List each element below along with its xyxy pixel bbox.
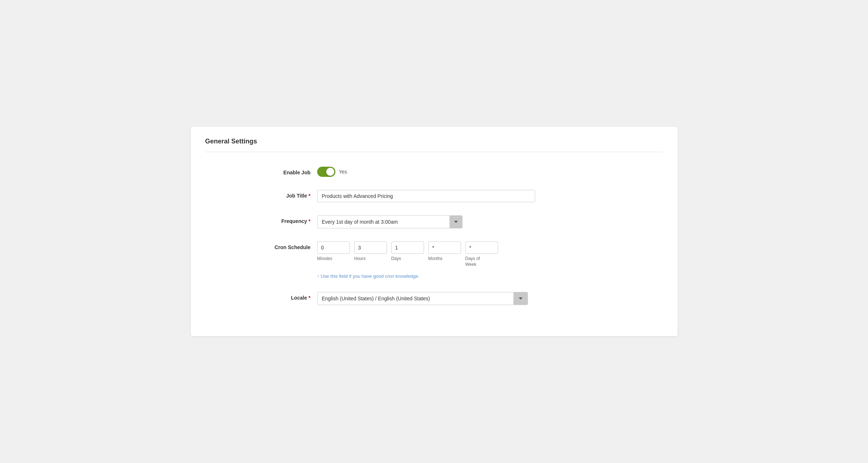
page-title: General Settings <box>205 138 663 145</box>
frequency-selected-value: Every 1st day of month at 3:00am <box>318 216 449 228</box>
locale-select-wrapper: English (United States) / English (Unite… <box>317 292 528 305</box>
toggle-slider <box>317 167 335 177</box>
general-settings-card: General Settings Enable Job Yes Job Titl… <box>191 127 678 336</box>
cron-days-of-week-input[interactable] <box>465 241 498 254</box>
toggle-yes-label: Yes <box>339 169 347 175</box>
cron-months-label: Months <box>428 256 443 262</box>
required-star: * <box>308 193 310 199</box>
cron-wrapper: Minutes Hours Days Months <box>317 241 498 279</box>
toggle-wrapper: Yes <box>317 167 347 177</box>
chevron-down-icon <box>454 221 458 223</box>
cron-minutes-label: Minutes <box>317 256 332 262</box>
cron-fields: Minutes Hours Days Months <box>317 241 498 267</box>
locale-chevron-down-icon <box>519 297 522 300</box>
enable-job-row: Enable Job Yes <box>205 167 663 177</box>
enable-job-control: Yes <box>317 167 572 177</box>
cron-hours-field: Hours <box>354 241 387 262</box>
cron-days-of-week-label: Days ofWeek <box>465 256 480 267</box>
frequency-control: Every 1st day of month at 3:00am <box>317 215 572 228</box>
cron-hours-label: Hours <box>354 256 366 262</box>
cron-minutes-field: Minutes <box>317 241 350 262</box>
enable-job-label: Enable Job <box>263 167 311 175</box>
cron-days-input[interactable] <box>391 241 424 254</box>
cron-schedule-row: Cron Schedule Minutes Hours Days <box>205 241 663 279</box>
frequency-select-wrapper: Every 1st day of month at 3:00am <box>317 215 463 228</box>
job-title-input[interactable] <box>317 190 535 202</box>
frequency-required-star: * <box>308 218 310 224</box>
cron-schedule-control: Minutes Hours Days Months <box>317 241 572 279</box>
locale-selected-value: English (United States) / English (Unite… <box>318 292 513 305</box>
cron-months-field: Months <box>428 241 461 262</box>
frequency-row: Frequency* Every 1st day of month at 3:0… <box>205 215 663 228</box>
locale-control: English (United States) / English (Unite… <box>317 292 572 305</box>
title-divider <box>205 152 663 152</box>
frequency-label: Frequency* <box>263 215 311 224</box>
locale-dropdown-button[interactable] <box>513 292 528 305</box>
locale-label: Locale* <box>263 292 311 301</box>
cron-minutes-input[interactable] <box>317 241 350 254</box>
cron-schedule-label: Cron Schedule <box>263 241 311 250</box>
enable-job-toggle[interactable] <box>317 167 335 177</box>
job-title-label: Job Title* <box>263 190 311 199</box>
job-title-row: Job Title* <box>205 190 663 202</box>
cron-days-label: Days <box>391 256 401 262</box>
cron-hint: ↑ Use this field if you have good cron k… <box>317 273 498 279</box>
locale-required-star: * <box>308 295 310 301</box>
job-title-control <box>317 190 572 202</box>
cron-days-field: Days <box>391 241 424 262</box>
cron-months-input[interactable] <box>428 241 461 254</box>
cron-hours-input[interactable] <box>354 241 387 254</box>
cron-days-of-week-field: Days ofWeek <box>465 241 498 267</box>
frequency-dropdown-button[interactable] <box>449 216 462 228</box>
locale-row: Locale* English (United States) / Englis… <box>205 292 663 305</box>
